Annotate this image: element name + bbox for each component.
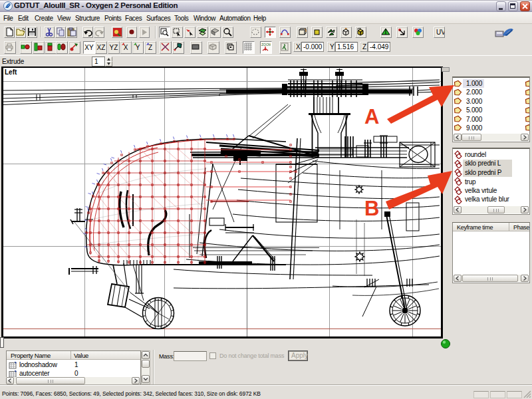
svg-text:ZOOM: ZOOM (261, 43, 271, 47)
